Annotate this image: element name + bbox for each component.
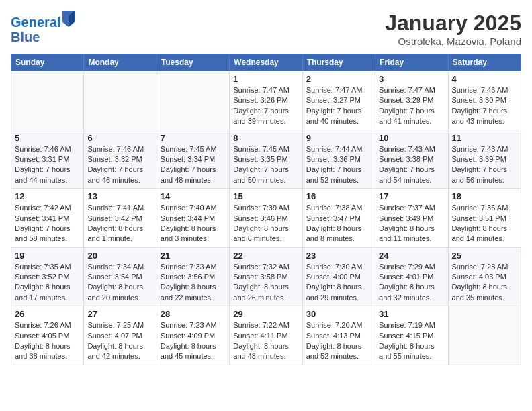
day-number: 4 [452, 74, 517, 84]
calendar-cell: 12Sunrise: 7:42 AM Sunset: 3:41 PM Dayli… [11, 189, 84, 248]
day-info: Sunrise: 7:46 AM Sunset: 3:30 PM Dayligh… [452, 85, 517, 127]
day-number: 21 [161, 250, 226, 261]
day-info: Sunrise: 7:45 AM Sunset: 3:34 PM Dayligh… [161, 144, 226, 186]
calendar-cell: 24Sunrise: 7:29 AM Sunset: 4:01 PM Dayli… [375, 247, 448, 306]
calendar-cell: 25Sunrise: 7:28 AM Sunset: 4:03 PM Dayli… [448, 247, 521, 306]
day-info: Sunrise: 7:19 AM Sunset: 4:15 PM Dayligh… [379, 320, 444, 362]
calendar-cell: 22Sunrise: 7:32 AM Sunset: 3:58 PM Dayli… [230, 247, 302, 306]
calendar-header-saturday: Saturday [448, 54, 521, 71]
calendar-week-2: 5Sunrise: 7:46 AM Sunset: 3:31 PM Daylig… [11, 130, 521, 189]
day-info: Sunrise: 7:46 AM Sunset: 3:32 PM Dayligh… [87, 144, 152, 186]
day-info: Sunrise: 7:33 AM Sunset: 3:56 PM Dayligh… [161, 262, 226, 304]
day-number: 9 [306, 133, 371, 143]
calendar-cell: 20Sunrise: 7:34 AM Sunset: 3:54 PM Dayli… [84, 247, 157, 306]
calendar-week-5: 26Sunrise: 7:26 AM Sunset: 4:05 PM Dayli… [11, 306, 521, 365]
day-number: 17 [379, 191, 444, 201]
location-subtitle: Ostroleka, Mazovia, Poland [385, 36, 521, 47]
day-number: 8 [233, 133, 298, 143]
day-number: 30 [306, 309, 371, 319]
day-number: 26 [15, 309, 80, 319]
day-number: 16 [306, 191, 371, 201]
day-number: 24 [379, 250, 444, 261]
logo: General Blue [11, 11, 75, 44]
day-number: 11 [452, 133, 517, 143]
day-number: 13 [87, 191, 152, 201]
day-number: 12 [15, 191, 80, 201]
day-info: Sunrise: 7:44 AM Sunset: 3:36 PM Dayligh… [306, 144, 371, 186]
calendar-cell: 28Sunrise: 7:23 AM Sunset: 4:09 PM Dayli… [157, 306, 229, 365]
calendar-week-3: 12Sunrise: 7:42 AM Sunset: 3:41 PM Dayli… [11, 189, 521, 248]
calendar-cell: 18Sunrise: 7:36 AM Sunset: 3:51 PM Dayli… [448, 189, 521, 248]
calendar-body: 1Sunrise: 7:47 AM Sunset: 3:26 PM Daylig… [11, 71, 521, 365]
logo-icon [62, 11, 75, 27]
day-info: Sunrise: 7:43 AM Sunset: 3:38 PM Dayligh… [379, 144, 444, 186]
day-number: 20 [87, 250, 152, 261]
calendar-cell: 5Sunrise: 7:46 AM Sunset: 3:31 PM Daylig… [11, 130, 84, 189]
calendar-cell: 3Sunrise: 7:47 AM Sunset: 3:29 PM Daylig… [375, 71, 448, 130]
day-info: Sunrise: 7:46 AM Sunset: 3:31 PM Dayligh… [15, 144, 80, 186]
day-info: Sunrise: 7:45 AM Sunset: 3:35 PM Dayligh… [233, 144, 298, 186]
calendar-header-row: SundayMondayTuesdayWednesdayThursdayFrid… [11, 54, 521, 71]
calendar-cell: 19Sunrise: 7:35 AM Sunset: 3:52 PM Dayli… [11, 247, 84, 306]
day-number: 7 [161, 133, 226, 143]
logo-general: General [11, 15, 60, 30]
day-info: Sunrise: 7:40 AM Sunset: 3:44 PM Dayligh… [161, 203, 226, 244]
day-info: Sunrise: 7:42 AM Sunset: 3:41 PM Dayligh… [15, 203, 80, 244]
calendar-cell: 16Sunrise: 7:38 AM Sunset: 3:47 PM Dayli… [302, 189, 375, 248]
day-number: 25 [452, 250, 517, 261]
calendar-cell: 4Sunrise: 7:46 AM Sunset: 3:30 PM Daylig… [448, 71, 521, 130]
calendar-cell: 1Sunrise: 7:47 AM Sunset: 3:26 PM Daylig… [230, 71, 302, 130]
day-info: Sunrise: 7:28 AM Sunset: 4:03 PM Dayligh… [452, 262, 517, 304]
day-number: 14 [161, 191, 226, 201]
day-number: 1 [233, 74, 298, 84]
day-info: Sunrise: 7:35 AM Sunset: 3:52 PM Dayligh… [15, 262, 80, 304]
calendar-header-monday: Monday [84, 54, 157, 71]
day-number: 5 [15, 133, 80, 143]
calendar-header-thursday: Thursday [302, 54, 375, 71]
calendar-cell: 13Sunrise: 7:41 AM Sunset: 3:42 PM Dayli… [84, 189, 157, 248]
day-info: Sunrise: 7:29 AM Sunset: 4:01 PM Dayligh… [379, 262, 444, 304]
day-info: Sunrise: 7:26 AM Sunset: 4:05 PM Dayligh… [15, 320, 80, 362]
day-info: Sunrise: 7:30 AM Sunset: 4:00 PM Dayligh… [306, 262, 371, 304]
day-info: Sunrise: 7:23 AM Sunset: 4:09 PM Dayligh… [161, 320, 226, 362]
calendar-cell [157, 71, 229, 130]
calendar-cell: 6Sunrise: 7:46 AM Sunset: 3:32 PM Daylig… [84, 130, 157, 189]
day-info: Sunrise: 7:38 AM Sunset: 3:47 PM Dayligh… [306, 203, 371, 244]
calendar-week-4: 19Sunrise: 7:35 AM Sunset: 3:52 PM Dayli… [11, 247, 521, 306]
calendar-cell: 26Sunrise: 7:26 AM Sunset: 4:05 PM Dayli… [11, 306, 84, 365]
page-header: General Blue January 2025 Ostroleka, Maz… [11, 11, 521, 47]
day-info: Sunrise: 7:25 AM Sunset: 4:07 PM Dayligh… [87, 320, 152, 362]
day-info: Sunrise: 7:41 AM Sunset: 3:42 PM Dayligh… [87, 203, 152, 244]
calendar-cell: 7Sunrise: 7:45 AM Sunset: 3:34 PM Daylig… [157, 130, 229, 189]
title-block: January 2025 Ostroleka, Mazovia, Poland [385, 11, 521, 47]
logo-blue: Blue [11, 30, 40, 44]
day-info: Sunrise: 7:47 AM Sunset: 3:27 PM Dayligh… [306, 85, 371, 127]
calendar-cell: 27Sunrise: 7:25 AM Sunset: 4:07 PM Dayli… [84, 306, 157, 365]
calendar-cell: 9Sunrise: 7:44 AM Sunset: 3:36 PM Daylig… [302, 130, 375, 189]
calendar-header-wednesday: Wednesday [230, 54, 302, 71]
day-info: Sunrise: 7:37 AM Sunset: 3:49 PM Dayligh… [379, 203, 444, 244]
calendar-header-sunday: Sunday [11, 54, 84, 71]
day-number: 27 [87, 309, 152, 319]
day-number: 18 [452, 191, 517, 201]
calendar-week-1: 1Sunrise: 7:47 AM Sunset: 3:26 PM Daylig… [11, 71, 521, 130]
day-number: 10 [379, 133, 444, 143]
calendar-cell [84, 71, 157, 130]
day-number: 6 [87, 133, 152, 143]
day-info: Sunrise: 7:47 AM Sunset: 3:29 PM Dayligh… [379, 85, 444, 127]
day-info: Sunrise: 7:39 AM Sunset: 3:46 PM Dayligh… [233, 203, 298, 244]
calendar-cell [448, 306, 521, 365]
day-number: 22 [233, 250, 298, 261]
calendar-cell: 15Sunrise: 7:39 AM Sunset: 3:46 PM Dayli… [230, 189, 302, 248]
calendar-header-friday: Friday [375, 54, 448, 71]
day-info: Sunrise: 7:36 AM Sunset: 3:51 PM Dayligh… [452, 203, 517, 244]
day-number: 29 [233, 309, 298, 319]
calendar-cell: 8Sunrise: 7:45 AM Sunset: 3:35 PM Daylig… [230, 130, 302, 189]
day-number: 23 [306, 250, 371, 261]
calendar-cell: 14Sunrise: 7:40 AM Sunset: 3:44 PM Dayli… [157, 189, 229, 248]
calendar-cell: 10Sunrise: 7:43 AM Sunset: 3:38 PM Dayli… [375, 130, 448, 189]
calendar-header-tuesday: Tuesday [157, 54, 229, 71]
calendar-cell: 2Sunrise: 7:47 AM Sunset: 3:27 PM Daylig… [302, 71, 375, 130]
day-number: 2 [306, 74, 371, 84]
calendar-cell [11, 71, 84, 130]
